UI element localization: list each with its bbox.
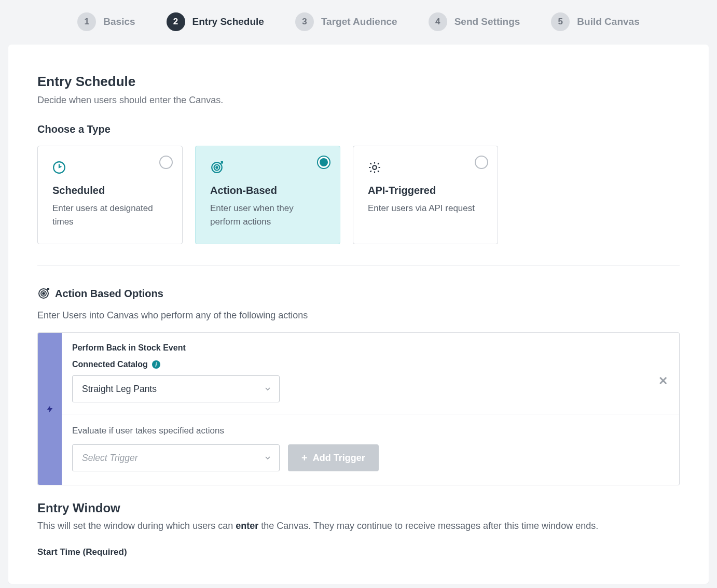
step-label: Entry Schedule	[192, 16, 264, 27]
wizard-stepper: 1 Basics 2 Entry Schedule 3 Target Audie…	[0, 0, 717, 45]
add-trigger-button[interactable]: + Add Trigger	[288, 444, 379, 471]
step-label: Basics	[103, 16, 135, 27]
action-based-options-label: Action Based Options	[55, 288, 163, 300]
step-number: 2	[167, 12, 185, 31]
entry-window-desc-before: This will set the window during which us…	[37, 521, 236, 531]
step-entry-schedule[interactable]: 2 Entry Schedule	[167, 12, 264, 31]
trigger-top: Perform Back in Stock Event Connected Ca…	[62, 333, 679, 414]
add-trigger-label: Add Trigger	[313, 453, 365, 464]
bolt-icon	[46, 403, 54, 415]
step-number: 4	[429, 12, 447, 31]
step-label: Send Settings	[454, 16, 520, 27]
trigger-event-title: Perform Back in Stock Event	[72, 343, 669, 353]
trigger-body: Perform Back in Stock Event Connected Ca…	[62, 333, 679, 485]
step-number: 5	[551, 12, 570, 31]
type-card-desc: Enter user when they perform actions	[210, 202, 325, 228]
step-send-settings[interactable]: 4 Send Settings	[429, 12, 520, 31]
select-trigger-dropdown[interactable]: Select Trigger	[72, 444, 280, 471]
main-panel: Entry Schedule Decide when users should …	[8, 45, 709, 584]
type-card-desc: Enter users via API request	[368, 202, 483, 215]
select-trigger-placeholder: Select Trigger	[82, 453, 138, 464]
trigger-container: Perform Back in Stock Event Connected Ca…	[37, 332, 680, 485]
action-based-options-sub: Enter Users into Canvas who perform any …	[37, 310, 680, 321]
step-label: Target Audience	[321, 16, 397, 27]
trigger-bottom: Evaluate if user takes specified actions…	[62, 414, 679, 485]
entry-window-title: Entry Window	[37, 501, 680, 515]
svg-point-8	[43, 292, 45, 295]
type-card-title: Action-Based	[210, 185, 325, 197]
step-number: 3	[295, 12, 314, 31]
entry-window-desc-bold: enter	[236, 521, 258, 531]
type-card-title: Scheduled	[52, 185, 168, 197]
type-card-api-triggered[interactable]: API-Triggered Enter users via API reques…	[353, 146, 498, 244]
chevron-down-icon	[264, 454, 272, 462]
evaluate-text: Evaluate if user takes specified actions	[72, 426, 669, 436]
clock-icon	[52, 161, 66, 174]
connected-catalog-text: Connected Catalog	[72, 360, 148, 369]
svg-point-3	[216, 166, 217, 168]
radio-checked[interactable]	[317, 156, 330, 169]
page-subtitle: Decide when users should enter the Canva…	[37, 95, 680, 106]
radio-unchecked[interactable]	[159, 156, 173, 169]
connected-catalog-select[interactable]: Straight Leg Pants	[72, 375, 280, 402]
type-card-row: Scheduled Enter users at designated time…	[37, 146, 680, 244]
entry-window-desc: This will set the window during which us…	[37, 521, 680, 531]
start-time-label: Start Time (Required)	[37, 547, 680, 557]
step-number: 1	[77, 12, 96, 31]
remove-trigger-button[interactable]: ✕	[658, 374, 668, 388]
info-icon[interactable]: i	[152, 360, 160, 369]
divider	[37, 265, 680, 265]
plus-icon: +	[301, 453, 308, 463]
chevron-down-icon	[264, 385, 272, 393]
target-icon	[210, 161, 224, 174]
page-title: Entry Schedule	[37, 74, 680, 90]
connected-catalog-label: Connected Catalog i	[72, 360, 669, 369]
type-card-title: API-Triggered	[368, 185, 483, 197]
target-icon	[37, 287, 50, 300]
svg-point-5	[373, 165, 377, 170]
type-card-action-based[interactable]: Action-Based Enter user when they perfor…	[195, 146, 340, 244]
choose-type-heading: Choose a Type	[37, 123, 680, 135]
step-basics[interactable]: 1 Basics	[77, 12, 135, 31]
entry-window-desc-after: the Canvas. They may continue to receive…	[258, 521, 598, 531]
step-build-canvas[interactable]: 5 Build Canvas	[551, 12, 639, 31]
connected-catalog-value: Straight Leg Pants	[82, 384, 157, 395]
type-card-scheduled[interactable]: Scheduled Enter users at designated time…	[37, 146, 183, 244]
action-based-options-heading: Action Based Options	[37, 287, 680, 300]
trigger-rail	[38, 333, 62, 485]
step-target-audience[interactable]: 3 Target Audience	[295, 12, 397, 31]
radio-unchecked[interactable]	[475, 156, 488, 169]
type-card-desc: Enter users at designated times	[52, 202, 168, 228]
step-label: Build Canvas	[577, 16, 639, 27]
gear-icon	[368, 161, 381, 174]
